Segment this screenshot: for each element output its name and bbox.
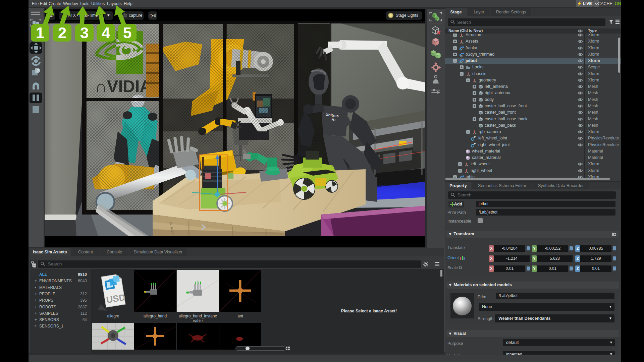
svg-text:4: 4 bbox=[102, 24, 110, 42]
svg-text:1: 1 bbox=[36, 24, 45, 42]
svg-text:3: 3 bbox=[80, 24, 89, 42]
svg-text:2: 2 bbox=[58, 24, 67, 42]
svg-text:5: 5 bbox=[123, 24, 132, 42]
svg-text:H1: H1 bbox=[331, 118, 336, 122]
